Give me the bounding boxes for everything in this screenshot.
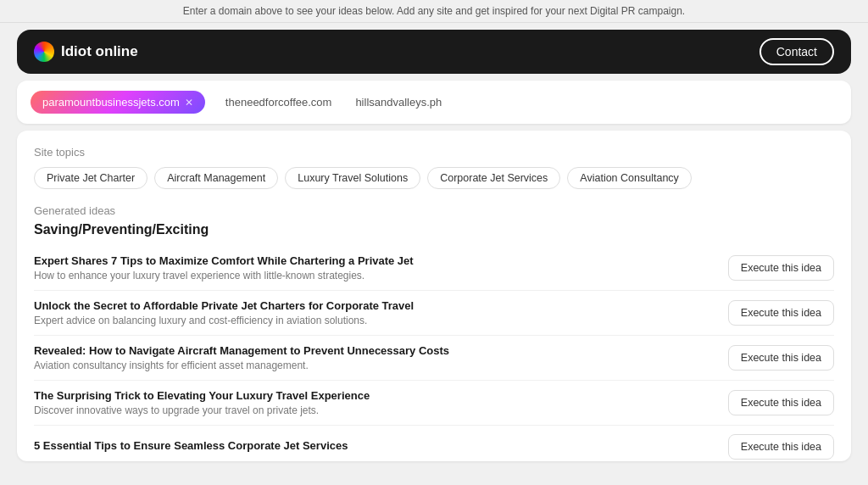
idea-desc-3: Discover innovative ways to upgrade your…: [34, 404, 711, 416]
idea-title-3: The Surprising Trick to Elevating Your L…: [34, 389, 711, 402]
idea-content-0: Expert Shares 7 Tips to Maximize Comfort…: [34, 254, 728, 282]
topics-row: Private Jet Charter Aircraft Management …: [34, 167, 834, 189]
close-domain-icon[interactable]: ✕: [185, 97, 193, 109]
execute-btn-4[interactable]: Execute this idea: [728, 434, 834, 460]
idea-row-0: Expert Shares 7 Tips to Maximize Comfort…: [34, 246, 834, 291]
idea-row-1: Unlock the Secret to Affordable Private …: [34, 291, 834, 336]
topic-chip-4[interactable]: Aviation Consultancy: [567, 167, 692, 189]
idea-row-2: Revealed: How to Navigate Aircraft Manag…: [34, 336, 834, 381]
brand-logo: [34, 42, 54, 62]
main-content: Site topics Private Jet Charter Aircraft…: [17, 131, 851, 461]
site-topics-label: Site topics: [34, 146, 834, 159]
banner-text: Enter a domain above to see your ideas b…: [183, 5, 685, 17]
topic-chip-1[interactable]: Aircraft Management: [154, 167, 278, 189]
execute-btn-0[interactable]: Execute this idea: [728, 255, 834, 281]
active-domain-label: paramountbusinessjets.com: [42, 96, 180, 109]
idea-desc-2: Aviation consultancy insights for effici…: [34, 360, 711, 371]
idea-row-3: The Surprising Trick to Elevating Your L…: [34, 381, 834, 426]
idea-title-4: 5 Essential Tips to Ensure Seamless Corp…: [34, 439, 711, 452]
top-banner: Enter a domain above to see your ideas b…: [0, 0, 868, 23]
generated-ideas-label: Generated ideas: [34, 204, 834, 217]
domain-tab-active[interactable]: paramountbusinessjets.com ✕: [31, 91, 205, 114]
idea-title-0: Expert Shares 7 Tips to Maximize Comfort…: [34, 254, 711, 267]
execute-btn-2[interactable]: Execute this idea: [728, 345, 834, 371]
brand-normal: online: [92, 43, 138, 59]
brand: Idiot online: [34, 42, 138, 62]
domain-tab-1[interactable]: theneedforcoffee.com: [222, 91, 336, 114]
idea-desc-0: How to enhance your luxury travel experi…: [34, 270, 711, 282]
navbar: Idiot online Contact: [17, 30, 851, 74]
idea-content-3: The Surprising Trick to Elevating Your L…: [34, 389, 728, 416]
idea-title-2: Revealed: How to Navigate Aircraft Manag…: [34, 344, 711, 357]
execute-btn-1[interactable]: Execute this idea: [728, 300, 834, 326]
domain-tab-2[interactable]: hillsandvalleys.ph: [352, 91, 445, 114]
brand-name: Idiot online: [61, 43, 138, 60]
domain-tabs: paramountbusinessjets.com ✕ theneedforco…: [17, 81, 851, 124]
topic-chip-3[interactable]: Corporate Jet Services: [427, 167, 560, 189]
idea-content-2: Revealed: How to Navigate Aircraft Manag…: [34, 344, 728, 371]
brand-bold: Idiot: [61, 43, 92, 59]
contact-button[interactable]: Contact: [760, 38, 834, 65]
idea-title-1: Unlock the Secret to Affordable Private …: [34, 299, 711, 312]
idea-content-4: 5 Essential Tips to Ensure Seamless Corp…: [34, 439, 728, 454]
idea-desc-1: Expert advice on balancing luxury and co…: [34, 315, 711, 326]
execute-btn-3[interactable]: Execute this idea: [728, 390, 834, 415]
category-title: Saving/Preventing/Exciting: [34, 222, 834, 237]
idea-row-4: 5 Essential Tips to Ensure Seamless Corp…: [34, 426, 834, 461]
idea-content-1: Unlock the Secret to Affordable Private …: [34, 299, 728, 326]
topic-chip-0[interactable]: Private Jet Charter: [34, 167, 147, 189]
topic-chip-2[interactable]: Luxury Travel Solutions: [285, 167, 420, 189]
